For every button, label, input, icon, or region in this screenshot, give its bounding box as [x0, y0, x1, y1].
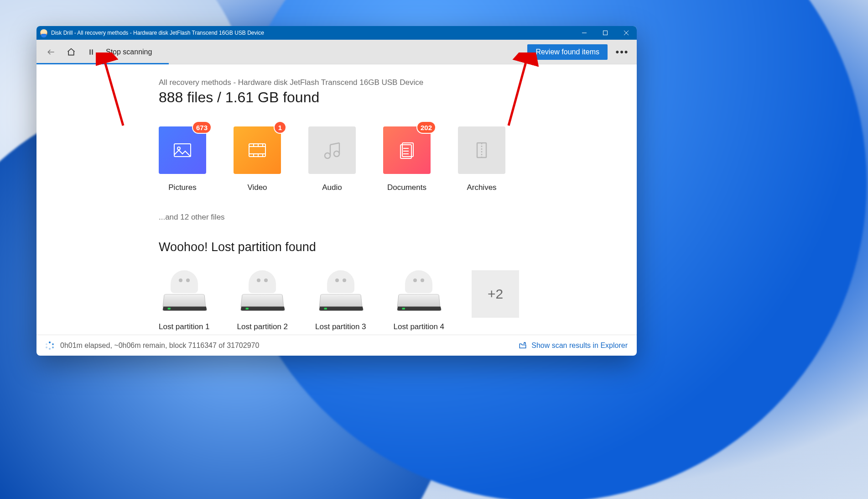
show-in-explorer-link[interactable]: Show scan results in Explorer: [519, 341, 628, 350]
video-icon: 1: [234, 126, 281, 174]
spinner-icon: [46, 341, 54, 350]
svg-point-18: [325, 153, 330, 158]
documents-icon: 202: [383, 126, 431, 174]
explorer-link-label: Show scan results in Explorer: [531, 341, 628, 350]
toolbar: Stop scanning Review found items •••: [36, 40, 637, 64]
partition-label: Lost partition 2: [237, 322, 288, 331]
ghost-drive-icon: [395, 270, 442, 311]
category-label: Audio: [322, 183, 342, 192]
category-label: Archives: [467, 183, 496, 192]
category-label: Pictures: [168, 183, 196, 192]
category-row: 673 Pictures 1 Video Audio: [159, 126, 637, 192]
lost-partition-1[interactable]: Lost partition 1: [159, 270, 210, 331]
scan-progress-indicator: [36, 63, 169, 64]
other-files-text: ...and 12 other files: [159, 213, 637, 222]
home-button[interactable]: [61, 40, 81, 64]
archives-icon: [458, 126, 505, 174]
partition-heading: Woohoo! Lost partition found: [159, 240, 637, 254]
category-label: Video: [247, 183, 267, 192]
ghost-drive-icon: [161, 270, 208, 311]
pictures-badge: 673: [192, 121, 212, 134]
pictures-icon: 673: [159, 126, 206, 174]
close-button[interactable]: [616, 26, 637, 40]
lost-partition-3[interactable]: Lost partition 3: [315, 270, 366, 331]
titlebar[interactable]: Disk Drill - All recovery methods - Hard…: [36, 26, 637, 40]
lost-partition-4[interactable]: Lost partition 4: [394, 270, 445, 331]
more-menu-button[interactable]: •••: [612, 46, 632, 58]
category-audio[interactable]: Audio: [308, 126, 356, 192]
category-documents[interactable]: 202 Documents: [383, 126, 431, 192]
partition-row: Lost partition 1 Lost partition 2 Lost p…: [159, 270, 637, 331]
ghost-drive-icon: [239, 270, 286, 311]
video-badge: 1: [274, 121, 286, 134]
svg-point-19: [334, 151, 339, 157]
minimize-button[interactable]: [574, 26, 595, 40]
app-icon: [40, 29, 47, 37]
back-button[interactable]: [41, 40, 61, 64]
breadcrumb: All recovery methods - Hardware disk Jet…: [159, 78, 637, 87]
category-label: Documents: [387, 183, 426, 192]
review-found-items-button[interactable]: Review found items: [527, 44, 608, 60]
stop-scanning-button[interactable]: Stop scanning: [101, 40, 156, 64]
category-archives[interactable]: Archives: [458, 126, 505, 192]
partition-label: Lost partition 1: [159, 322, 210, 331]
lost-partition-2[interactable]: Lost partition 2: [237, 270, 288, 331]
svg-rect-1: [603, 31, 608, 35]
category-pictures[interactable]: 673 Pictures: [159, 126, 206, 192]
status-text: 0h01m elapsed, ~0h06m remain, block 7116…: [60, 341, 259, 350]
folder-open-icon: [519, 341, 527, 350]
svg-rect-28: [477, 143, 486, 158]
more-partitions-label: +2: [488, 286, 503, 302]
statusbar: 0h01m elapsed, ~0h06m remain, block 7116…: [36, 335, 637, 356]
partition-label: Lost partition 3: [315, 322, 366, 331]
partition-label: Lost partition 4: [394, 322, 445, 331]
documents-badge: 202: [416, 121, 436, 134]
svg-point-8: [177, 147, 180, 150]
content-area: All recovery methods - Hardware disk Jet…: [36, 64, 637, 335]
pause-button[interactable]: [81, 40, 101, 64]
window-title: Disk Drill - All recovery methods - Hard…: [51, 30, 264, 36]
svg-line-22: [330, 143, 339, 145]
maximize-button[interactable]: [595, 26, 616, 40]
more-partitions-button[interactable]: +2: [472, 270, 519, 318]
category-video[interactable]: 1 Video: [234, 126, 281, 192]
audio-icon: [308, 126, 356, 174]
app-window: Disk Drill - All recovery methods - Hard…: [36, 26, 637, 356]
summary-heading: 888 files / 1.61 GB found: [159, 89, 637, 106]
ghost-drive-icon: [317, 270, 364, 311]
